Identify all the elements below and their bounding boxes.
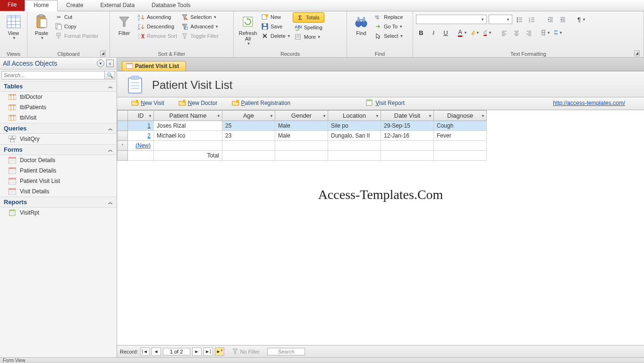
col-diagnose[interactable]: Diagnose▼ <box>434 111 487 121</box>
underline-button[interactable]: U <box>441 27 451 38</box>
toggle-filter-button[interactable]: Toggle Filter <box>179 31 220 41</box>
nav-item-visitqry[interactable]: VisitQry <box>0 134 117 144</box>
visit-report-link[interactable]: Visit Report <box>366 99 405 107</box>
save-record-button[interactable]: Save <box>259 22 293 31</box>
row-selector[interactable] <box>118 121 128 131</box>
goto-button[interactable]: Go To▼ <box>373 22 406 31</box>
more-records-button[interactable]: More▼ <box>293 32 324 42</box>
remove-sort-button[interactable]: AZRemove Sort <box>136 31 179 41</box>
cell-name[interactable]: Joses Rizal <box>154 121 222 131</box>
totals-button[interactable]: ΣTotals <box>293 12 324 23</box>
copy-button[interactable]: Copy <box>53 22 101 31</box>
column-dropdown-icon[interactable]: ▼ <box>322 113 326 118</box>
nav-item-doctor-details[interactable]: Doctor Details <box>0 155 117 165</box>
nav-item-tbldoctor[interactable]: tblDoctor <box>0 92 117 102</box>
descending-button[interactable]: ZADescending <box>136 22 179 31</box>
col-id[interactable]: ID▼ <box>128 111 154 121</box>
numbering-button[interactable]: 123 <box>526 14 537 25</box>
new-doctor-link[interactable]: New Doctor <box>178 99 218 107</box>
dialog-launcher-icon[interactable]: ◢ <box>100 51 106 56</box>
col-age[interactable]: Age▼ <box>222 111 275 121</box>
patient-registration-link[interactable]: Patient Registration <box>232 99 291 107</box>
row-selector-header[interactable] <box>118 111 128 121</box>
find-button[interactable]: Find <box>350 12 373 37</box>
doc-tab-patient-visit-list[interactable]: Patient Visit List <box>122 61 186 71</box>
data-grid[interactable]: ID▼ Patient Name▼ Age▼ Gender▼ Location▼… <box>117 110 487 161</box>
align-center-button[interactable] <box>511 27 522 38</box>
row-selector[interactable] <box>118 131 128 141</box>
nav-item-tblpatients[interactable]: tblPatients <box>0 102 117 112</box>
nav-cat-forms[interactable]: Forms︽ <box>0 144 117 155</box>
col-location[interactable]: Location▼ <box>328 111 381 121</box>
nav-item-visit-details[interactable]: Visit Details <box>0 186 117 197</box>
font-size-combo[interactable]: ▼ <box>489 15 512 24</box>
cell-date[interactable]: 29-Sep-15 <box>381 121 434 131</box>
cell-diagnose[interactable]: Cough <box>434 121 487 131</box>
column-dropdown-icon[interactable]: ▼ <box>481 113 485 118</box>
nav-last-button[interactable]: ►| <box>203 347 213 356</box>
nav-cat-reports[interactable]: Reports︽ <box>0 197 117 207</box>
col-date-visit[interactable]: Date Visit▼ <box>381 111 434 121</box>
nav-filter-icon[interactable]: ▼ <box>97 60 104 67</box>
tab-home[interactable]: Home <box>25 0 58 11</box>
cell-id[interactable]: 1 <box>128 121 154 131</box>
nav-item-visitrpt[interactable]: VisitRpt <box>0 207 117 218</box>
column-dropdown-icon[interactable]: ▼ <box>270 113 273 118</box>
cell-age[interactable]: 25 <box>222 121 275 131</box>
italic-button[interactable]: I <box>428 27 439 38</box>
alt-row-color-button[interactable]: ▼ <box>553 27 563 38</box>
nav-item-tblvisit[interactable]: tblVisit <box>0 112 117 123</box>
search-go-button[interactable]: 🔍 <box>105 71 115 79</box>
new-visit-link[interactable]: NNew Visitew Visit <box>131 99 164 107</box>
nav-new-button[interactable]: ►* <box>215 347 224 356</box>
format-painter-button[interactable]: Format Painter <box>53 31 101 41</box>
gridlines-button[interactable]: ▼ <box>541 27 551 38</box>
cell-id[interactable]: 2 <box>128 131 154 141</box>
fill-color-button[interactable]: ▼ <box>482 27 492 38</box>
column-dropdown-icon[interactable]: ▼ <box>217 113 220 118</box>
table-row-new[interactable]: * (New) <box>118 141 487 151</box>
col-gender[interactable]: Gender▼ <box>275 111 328 121</box>
record-search-input[interactable] <box>267 348 305 355</box>
spelling-button[interactable]: ABCSpelling <box>293 23 324 32</box>
column-dropdown-icon[interactable]: ▼ <box>428 113 432 118</box>
highlight-button[interactable]: ▼ <box>470 27 480 38</box>
cell-date[interactable]: 12-Jan-16 <box>381 131 434 141</box>
ascending-button[interactable]: AZAscending <box>136 12 179 22</box>
cell-name[interactable]: Michael Ico <box>154 131 222 141</box>
new-record-button[interactable]: New <box>259 12 293 22</box>
column-dropdown-icon[interactable]: ▼ <box>148 113 152 118</box>
cell-location[interactable]: Dungalo, San Il <box>328 131 381 141</box>
advanced-button[interactable]: Advanced▼ <box>179 22 220 31</box>
tab-database-tools[interactable]: Database Tools <box>143 0 199 11</box>
view-button[interactable]: View ▼ <box>3 12 24 41</box>
refresh-all-button[interactable]: Refresh All ▼ <box>237 12 259 47</box>
record-position-input[interactable] <box>163 348 190 355</box>
cell-new[interactable]: (New) <box>128 141 154 151</box>
cut-button[interactable]: ✂Cut <box>53 12 101 22</box>
decrease-indent-button[interactable] <box>545 14 556 25</box>
cell-gender[interactable]: Male <box>275 121 328 131</box>
nav-item-patient-visit-list[interactable]: Patient Visit List <box>0 176 117 186</box>
website-link[interactable]: http://access-templates.com/ <box>553 100 625 106</box>
nav-header[interactable]: All Access Objects ▼ « <box>0 58 117 69</box>
tab-external-data[interactable]: External Data <box>92 0 143 11</box>
nav-first-button[interactable]: |◄ <box>140 347 150 356</box>
align-left-button[interactable] <box>499 27 509 38</box>
tab-create[interactable]: Create <box>58 0 92 11</box>
table-row[interactable]: 2 Michael Ico 23 Male Dungalo, San Il 12… <box>118 131 487 141</box>
table-row[interactable]: 1 Joses Rizal 25 Male Sile po 29-Sep-15 … <box>118 121 487 131</box>
collapse-pane-icon[interactable]: « <box>106 60 114 67</box>
font-color-button[interactable]: A▼ <box>458 27 468 38</box>
cell-diagnose[interactable]: Fever <box>434 131 487 141</box>
selection-button[interactable]: Selection▼ <box>179 12 220 22</box>
delete-record-button[interactable]: ✕Delete▼ <box>259 31 293 41</box>
cell-location[interactable]: Sile po <box>328 121 381 131</box>
nav-prev-button[interactable]: ◄ <box>152 347 161 356</box>
nav-item-patient-details[interactable]: Patient Details <box>0 165 117 176</box>
replace-button[interactable]: abReplace <box>373 12 406 22</box>
filter-button[interactable]: Filter <box>113 12 136 37</box>
select-button[interactable]: Select▼ <box>373 31 406 41</box>
column-dropdown-icon[interactable]: ▼ <box>375 113 379 118</box>
nav-cat-queries[interactable]: Queries︽ <box>0 123 117 134</box>
